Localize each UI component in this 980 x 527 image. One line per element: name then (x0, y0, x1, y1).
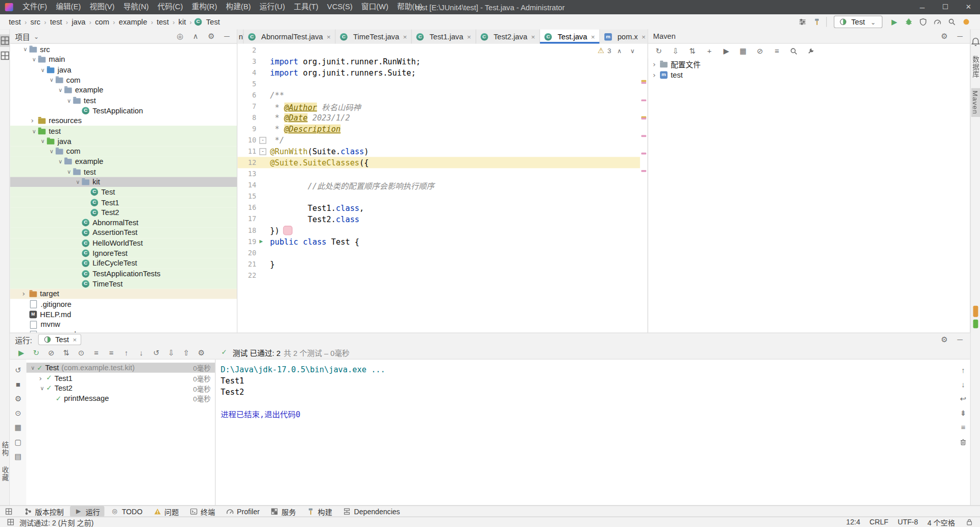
add-maven-project-icon[interactable]: + (704, 46, 715, 57)
settings-icon[interactable]: ⚙ (206, 31, 216, 41)
editor-tab[interactable]: CAbnormalTest.java× (244, 30, 336, 44)
run-class-icon[interactable]: ▶ (259, 238, 263, 245)
project-tree-row[interactable]: ∨com (10, 146, 237, 156)
project-tree-row[interactable]: ∨test (10, 166, 237, 177)
expander-open-icon[interactable]: ∨ (39, 67, 47, 73)
sort-alphabetically-icon[interactable]: ⇅ (61, 347, 71, 357)
project-tree-row[interactable]: ∨java (10, 136, 237, 147)
project-tree-row[interactable]: ∨src (10, 44, 237, 55)
typo-stripe-mark[interactable] (641, 82, 646, 84)
stripe-label[interactable]: 结构 (0, 441, 10, 456)
run-console[interactable]: D:\Java\jdk-17.0.5\bin\java.exe ...Test1… (215, 360, 956, 505)
menu-item[interactable]: 构建(B) (222, 3, 255, 11)
menu-item[interactable]: 视图(V) (85, 3, 119, 11)
settings-icon[interactable]: ⚙ (939, 334, 949, 345)
rows-icon[interactable]: ▤ (13, 451, 23, 462)
project-tree-row[interactable]: .gitignore (10, 299, 237, 309)
test-settings-icon[interactable]: ⚙ (196, 347, 206, 357)
notifications-icon[interactable] (961, 17, 971, 27)
scroll-up-icon[interactable]: ↑ (958, 365, 968, 375)
rerun-icon[interactable]: ↺ (13, 365, 23, 375)
next-test-icon[interactable]: ↓ (136, 347, 146, 357)
project-tree-row[interactable]: CLifeCycleTest (10, 258, 237, 269)
hide-panel-icon[interactable]: ─ (955, 334, 965, 345)
breadcrumb-item[interactable]: test (49, 17, 64, 27)
expand-all-icon[interactable]: ≡ (91, 347, 102, 357)
test-tree-row[interactable]: ✓printMessage0毫秒 (26, 393, 215, 403)
project-tree-row[interactable]: ∨com (10, 75, 237, 85)
next-warning-icon[interactable]: ∨ (627, 45, 638, 56)
expander-closed-icon[interactable]: › (30, 115, 38, 127)
breadcrumb-item[interactable]: src (29, 17, 41, 27)
project-tree-row[interactable]: CTimeTest (10, 279, 237, 289)
project-tree-row[interactable]: CTestApplicationTests (10, 269, 237, 279)
maven-settings-icon[interactable] (805, 46, 816, 57)
minimize-button[interactable]: ─ (911, 0, 934, 14)
restore-layout-icon[interactable]: ⚙ (13, 394, 23, 404)
typo-stripe-mark[interactable] (641, 135, 646, 137)
debug-icon[interactable] (904, 17, 914, 27)
tool-window-button[interactable]: ◎TODO (106, 507, 147, 516)
status-widget[interactable]: CRLF (870, 518, 889, 526)
menu-item[interactable]: 窗口(W) (357, 3, 393, 11)
stop-icon[interactable]: ■ (13, 379, 23, 390)
status-widget[interactable]: UTF-8 (898, 518, 918, 526)
tool-window-button[interactable]: 服务 (266, 506, 300, 517)
locate-file-icon[interactable]: ◎ (175, 31, 185, 41)
close-icon[interactable]: × (327, 33, 331, 40)
reimport-icon[interactable]: ↻ (654, 46, 664, 57)
menu-item[interactable]: 运行(U) (255, 3, 289, 11)
expander-open-icon[interactable]: ∨ (47, 77, 56, 83)
layout-icon[interactable]: ▦ (13, 423, 23, 433)
run-tab[interactable]: Test × (38, 334, 81, 345)
collapse-all-icon[interactable]: ∧ (190, 31, 201, 41)
soft-wrap-icon[interactable]: ↩ (958, 394, 968, 404)
tool-window-button[interactable]: 构建 (302, 506, 336, 517)
test-tree-row[interactable]: ∨✓Test20毫秒 (26, 383, 215, 393)
search-everywhere-icon[interactable] (947, 17, 957, 27)
profiler-icon[interactable] (933, 17, 943, 27)
expander-open-icon[interactable]: ∨ (21, 46, 30, 53)
breadcrumb-item[interactable]: example (117, 17, 148, 27)
chevron-down-icon[interactable]: ⌄ (31, 31, 41, 41)
test-results-tree[interactable]: ∨✓Test (com.example.test.kit)0毫秒›✓Test10… (26, 360, 215, 505)
run-configuration-select[interactable]: Test⌄ (834, 16, 883, 28)
menu-item[interactable]: VCS(S) (323, 3, 357, 11)
stripe-label[interactable]: Maven (971, 88, 979, 117)
project-stripe-button[interactable] (0, 34, 10, 46)
expander-open-icon[interactable]: ∨ (29, 365, 37, 371)
menu-item[interactable]: 重构(R) (187, 3, 222, 11)
close-icon[interactable]: × (591, 33, 595, 40)
expand-all-icon[interactable]: ≡ (772, 46, 782, 57)
test-tree-row[interactable]: ›✓Test10毫秒 (26, 373, 215, 383)
expander-closed-icon[interactable]: › (652, 58, 660, 69)
close-icon[interactable]: × (403, 33, 407, 40)
project-tree-row[interactable]: ∨test (10, 95, 237, 106)
print-icon[interactable]: ≡ (958, 423, 968, 433)
breadcrumb-item[interactable]: com (94, 17, 111, 27)
update-project-icon[interactable] (797, 17, 807, 27)
export-results-icon[interactable]: ⇧ (181, 347, 191, 357)
tool-window-button[interactable]: 终端 (185, 506, 219, 517)
download-sources-icon[interactable]: ⇩ (671, 46, 681, 57)
run-icon[interactable]: ▶ (889, 17, 899, 27)
maven-tree-row[interactable]: ›配置文件 (648, 59, 970, 69)
test-history-icon[interactable]: ↺ (151, 347, 161, 357)
expander-open-icon[interactable]: ∨ (30, 128, 38, 134)
menu-item[interactable]: 文件(F) (18, 3, 52, 11)
tool-windows-icon[interactable] (4, 506, 14, 516)
close-icon[interactable]: × (531, 33, 535, 40)
test-tree-row[interactable]: ∨✓Test (com.example.test.kit)0毫秒 (26, 363, 215, 373)
tool-window-button[interactable]: ▶运行 (70, 506, 104, 517)
project-tree-row[interactable]: ∨kit (10, 177, 237, 187)
close-icon[interactable]: × (72, 336, 77, 344)
previous-test-icon[interactable]: ↑ (121, 347, 132, 357)
project-tree-row[interactable]: CAbnormalTest (10, 218, 237, 228)
expander-open-icon[interactable]: ∨ (39, 138, 47, 144)
menu-item[interactable]: 工具(T) (289, 3, 323, 11)
project-tree-row[interactable]: CAssertionTest (10, 228, 237, 238)
project-tree-row[interactable]: CIgnoreTest (10, 248, 237, 258)
editor-tab[interactable]: mpom.x× (600, 30, 647, 44)
menu-item[interactable]: 导航(N) (119, 3, 153, 11)
expander-open-icon[interactable]: ∨ (30, 57, 38, 63)
